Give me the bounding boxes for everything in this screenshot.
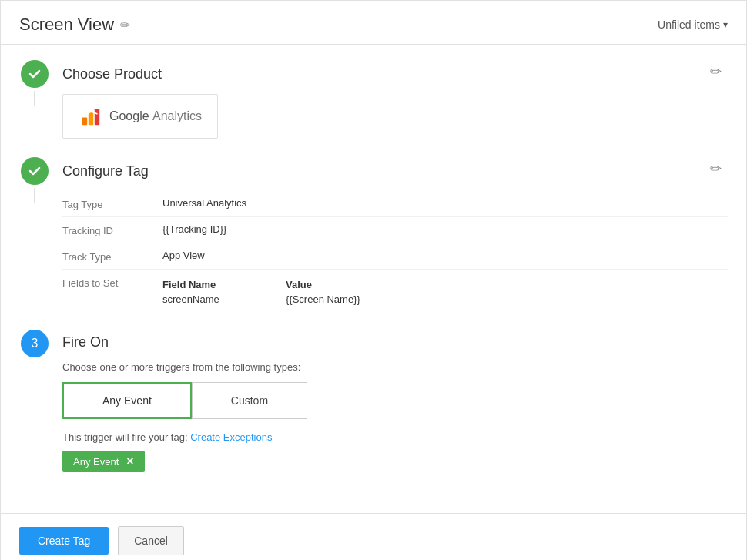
create-exceptions-link[interactable]: Create Exceptions [190, 431, 272, 443]
tracking-id-value: {{Tracking ID}} [162, 223, 226, 235]
trigger-buttons-group: Any Event Custom [62, 382, 728, 419]
ga-logo-icon [79, 104, 103, 129]
ga-text: Google Analytics [109, 109, 202, 123]
step1-check [21, 60, 49, 88]
choose-product-header: Choose Product ✏ [62, 60, 728, 83]
fire-on-body: Fire On Choose one or more triggers from… [62, 330, 728, 472]
field-name-cell: screenName [162, 293, 240, 305]
configure-tag-header: Configure Tag ✏ [62, 157, 728, 180]
active-trigger-label: Any Event [73, 456, 119, 468]
custom-label: Custom [231, 394, 268, 407]
tag-type-label: Tag Type [62, 197, 162, 210]
title-edit-icon[interactable] [120, 18, 130, 32]
field-value-cell: {{Screen Name}} [286, 293, 363, 305]
section1-indicator [19, 60, 50, 106]
chevron-down-icon: ▾ [723, 19, 728, 30]
choose-product-edit-button[interactable]: ✏ [704, 60, 728, 83]
choose-product-title: Choose Product [62, 62, 162, 82]
unfiled-label: Unfiled items [658, 18, 720, 31]
step2-line [34, 188, 35, 203]
configure-tag-body: Configure Tag ✏ Tag Type Universal Analy… [62, 157, 728, 311]
ga-google-part: Google [109, 109, 149, 122]
section3-indicator: 3 [19, 330, 50, 357]
fire-on-header: Fire On [62, 330, 728, 350]
tag-details: Tag Type Universal Analytics Tracking ID… [62, 191, 728, 311]
choose-product-body: Choose Product ✏ [62, 60, 728, 139]
fire-on-description: Choose one or more triggers from the fol… [62, 361, 728, 373]
fire-on-title: Fire On [62, 330, 109, 350]
custom-trigger-button[interactable]: Custom [192, 382, 307, 419]
any-event-label: Any Event [102, 394, 152, 407]
svg-rect-1 [82, 118, 87, 126]
create-tag-label: Create Tag [38, 535, 90, 547]
footer: Create Tag Cancel [1, 513, 746, 560]
svg-rect-3 [95, 109, 99, 125]
track-type-label: Track Type [62, 250, 162, 263]
configure-tag-section: Configure Tag ✏ Tag Type Universal Analy… [19, 157, 728, 311]
field-name-header: Field Name [162, 279, 240, 290]
unfiled-items-button[interactable]: Unfiled items ▾ [658, 18, 728, 31]
step2-check [21, 157, 49, 185]
fields-header: Field Name Value [162, 279, 363, 290]
title-text: Screen View [19, 15, 114, 35]
track-type-row: Track Type App View [62, 243, 728, 270]
remove-trigger-button[interactable]: × [126, 455, 133, 468]
ga-logo-box: Google Analytics [62, 94, 218, 139]
step3-number: 3 [21, 330, 49, 357]
configure-tag-title: Configure Tag [62, 159, 149, 179]
cancel-button[interactable]: Cancel [118, 526, 184, 555]
fields-table: Field Name Value screenName {{Screen Nam… [162, 279, 363, 305]
tracking-id-row: Tracking ID {{Tracking ID}} [62, 217, 728, 243]
choose-product-section: Choose Product ✏ [19, 60, 728, 139]
fire-on-section: 3 Fire On Choose one or more triggers fr… [19, 330, 728, 472]
active-trigger-tag: Any Event × [62, 451, 145, 472]
main-content: Choose Product ✏ [1, 45, 746, 560]
any-event-trigger-button[interactable]: Any Event [62, 382, 192, 419]
fire-trigger-note: This trigger will fire your tag: Create … [62, 431, 728, 443]
tag-type-row: Tag Type Universal Analytics [62, 191, 728, 217]
note-text: This trigger will fire your tag: [62, 431, 188, 443]
tracking-id-label: Tracking ID [62, 223, 162, 236]
svg-rect-2 [89, 112, 93, 125]
configure-tag-edit-button[interactable]: ✏ [704, 157, 728, 180]
ga-analytics-part: Analytics [152, 109, 202, 122]
tag-type-value: Universal Analytics [162, 197, 246, 209]
edit-pencil-icon: ✏ [710, 64, 722, 79]
fields-to-set-row: Fields to Set Field Name Value screenNam… [62, 270, 728, 311]
fields-to-set-label: Fields to Set [62, 276, 162, 289]
section2-indicator [19, 157, 50, 203]
page-header: Screen View Unfiled items ▾ [1, 1, 746, 45]
field-value-header: Value [286, 279, 363, 290]
step1-line [34, 91, 35, 106]
track-type-value: App View [162, 250, 205, 261]
cancel-label: Cancel [134, 535, 168, 547]
page-title: Screen View [19, 15, 130, 35]
fields-row-1: screenName {{Screen Name}} [162, 293, 363, 305]
edit-pencil-icon2: ✏ [710, 161, 722, 176]
create-tag-button[interactable]: Create Tag [19, 527, 109, 555]
